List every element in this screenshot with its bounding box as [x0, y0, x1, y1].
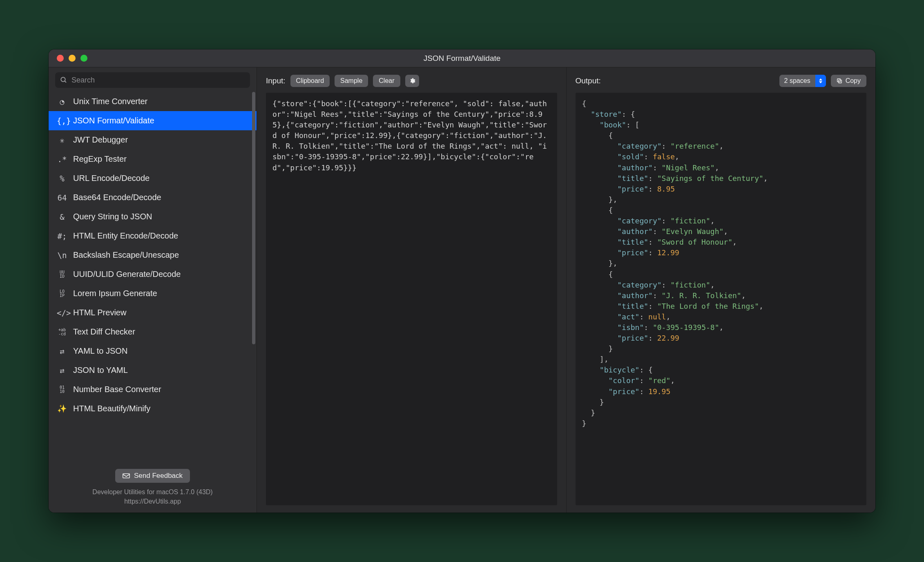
- close-window-button[interactable]: [57, 55, 64, 62]
- bits-icon: 01 10: [57, 386, 67, 394]
- output-textarea[interactable]: { "store": { "book": [ { "category": "re…: [576, 93, 867, 505]
- copy-icon: [837, 78, 842, 84]
- uuid-icon: UU ID: [57, 270, 67, 279]
- sidebar-item-label: Text Diff Checker: [73, 327, 135, 337]
- wand-icon: ✨: [57, 404, 67, 413]
- tool-list: ◔Unix Time Converter{,}JSON Format/Valid…: [49, 92, 257, 463]
- input-pane: Input: Clipboard Sample Clear {"store":{…: [257, 67, 566, 513]
- sidebar-item-label: JSON Format/Validate: [73, 116, 154, 125]
- mail-icon: [123, 473, 130, 478]
- regex-icon: .*: [57, 155, 67, 164]
- sidebar-item[interactable]: ⇄YAML to JSON: [49, 341, 257, 361]
- sidebar-item-label: HTML Preview: [73, 308, 126, 317]
- sidebar-item[interactable]: 64Base64 Encode/Decode: [49, 188, 257, 207]
- copy-button[interactable]: Copy: [831, 75, 866, 87]
- svg-point-0: [61, 77, 65, 82]
- sidebar-item-label: Query String to JSON: [73, 212, 152, 221]
- hash-icon: #;: [57, 232, 67, 241]
- sidebar: ◔Unix Time Converter{,}JSON Format/Valid…: [49, 67, 257, 513]
- sidebar-item-label: HTML Entity Encode/Decode: [73, 231, 178, 241]
- input-textarea[interactable]: {"store":{"book":[{"category":"reference…: [266, 93, 557, 505]
- sidebar-item[interactable]: UU IDUUID/ULID Generate/Decode: [49, 265, 257, 284]
- window-title: JSON Format/Validate: [49, 54, 875, 63]
- sidebar-item-label: YAML to JSON: [73, 346, 127, 356]
- sidebar-item-label: Base64 Encode/Decode: [73, 193, 161, 202]
- svg-rect-2: [123, 474, 130, 478]
- sidebar-footer: Developer Utilities for macOS 1.7.0 (43D…: [49, 486, 257, 508]
- sidebar-item[interactable]: ✨HTML Beautify/Minify: [49, 399, 257, 418]
- sidebar-item-label: Backslash Escape/Unescape: [73, 250, 179, 260]
- tags-icon: </>: [57, 308, 67, 317]
- clock-icon: ◔: [57, 97, 67, 106]
- search-icon: [60, 76, 67, 84]
- sidebar-item[interactable]: +ab -cdText Diff Checker: [49, 322, 257, 341]
- sample-button[interactable]: Sample: [335, 75, 368, 87]
- send-feedback-button[interactable]: Send Feedback: [115, 469, 190, 483]
- sidebar-item-label: Lorem Ipsum Generate: [73, 289, 157, 298]
- gear-icon: [409, 78, 415, 84]
- input-label: Input:: [266, 76, 286, 85]
- clear-button[interactable]: Clear: [373, 75, 400, 87]
- jwt-icon: ✳: [57, 136, 67, 145]
- traffic-lights: [49, 55, 87, 62]
- svg-rect-4: [837, 79, 840, 82]
- sidebar-item-label: JWT Debugger: [73, 135, 128, 145]
- send-feedback-label: Send Feedback: [134, 472, 183, 480]
- sidebar-item[interactable]: 01 10Number Base Converter: [49, 380, 257, 399]
- b64-icon: 64: [57, 193, 67, 202]
- main-area: Input: Clipboard Sample Clear {"store":{…: [257, 67, 875, 513]
- sidebar-item-label: RegExp Tester: [73, 154, 127, 164]
- sidebar-scrollbar[interactable]: [252, 92, 255, 344]
- sidebar-item[interactable]: #;HTML Entity Encode/Decode: [49, 226, 257, 245]
- sidebar-item[interactable]: %URL Encode/Decode: [49, 169, 257, 188]
- svg-line-1: [65, 81, 66, 83]
- chevron-up-down-icon: [815, 75, 826, 87]
- svg-rect-3: [838, 80, 841, 83]
- clipboard-button[interactable]: Clipboard: [290, 75, 330, 87]
- minimize-window-button[interactable]: [69, 55, 76, 62]
- sidebar-item-label: JSON to YAML: [73, 366, 128, 375]
- footer-version: Developer Utilities for macOS 1.7.0 (43D…: [53, 488, 252, 497]
- sidebar-item[interactable]: {,}JSON Format/Validate: [49, 111, 257, 130]
- diff-icon: +ab -cd: [57, 328, 67, 336]
- copy-label: Copy: [846, 77, 861, 85]
- amp-icon: &: [57, 212, 67, 221]
- titlebar: JSON Format/Validate: [49, 49, 875, 67]
- indent-select[interactable]: 2 spaces: [779, 75, 826, 87]
- sidebar-item[interactable]: \nBackslash Escape/Unescape: [49, 245, 257, 265]
- sidebar-item-label: HTML Beautify/Minify: [73, 404, 150, 413]
- pct-icon: %: [57, 174, 67, 183]
- settings-button[interactable]: [405, 75, 419, 87]
- maximize-window-button[interactable]: [80, 55, 87, 62]
- sidebar-item[interactable]: ✳JWT Debugger: [49, 130, 257, 149]
- app-window: JSON Format/Validate ◔Unix Time Converte…: [49, 49, 875, 513]
- search-input[interactable]: [55, 72, 250, 88]
- output-pane: Output: 2 spaces Copy: [566, 67, 876, 513]
- sidebar-item-label: URL Encode/Decode: [73, 174, 150, 183]
- lorem-icon: LO IP: [57, 290, 67, 298]
- sidebar-item[interactable]: LO IPLorem Ipsum Generate: [49, 284, 257, 303]
- sidebar-item[interactable]: ◔Unix Time Converter: [49, 92, 257, 111]
- sidebar-item[interactable]: &Query String to JSON: [49, 207, 257, 226]
- sidebar-item-label: Unix Time Converter: [73, 97, 147, 106]
- indent-value: 2 spaces: [779, 77, 815, 85]
- sidebar-item[interactable]: ⇄JSON to YAML: [49, 361, 257, 380]
- swap-icon: ⇄: [57, 366, 67, 375]
- output-label: Output:: [576, 76, 601, 85]
- sidebar-item[interactable]: .*RegExp Tester: [49, 149, 257, 169]
- swap-icon: ⇄: [57, 347, 67, 356]
- sidebar-item[interactable]: </>HTML Preview: [49, 303, 257, 322]
- sidebar-item-label: Number Base Converter: [73, 385, 161, 394]
- bslash-icon: \n: [57, 251, 67, 260]
- sidebar-item-label: UUID/ULID Generate/Decode: [73, 270, 181, 279]
- footer-url: https://DevUtils.app: [53, 497, 252, 506]
- braces-icon: {,}: [57, 116, 67, 125]
